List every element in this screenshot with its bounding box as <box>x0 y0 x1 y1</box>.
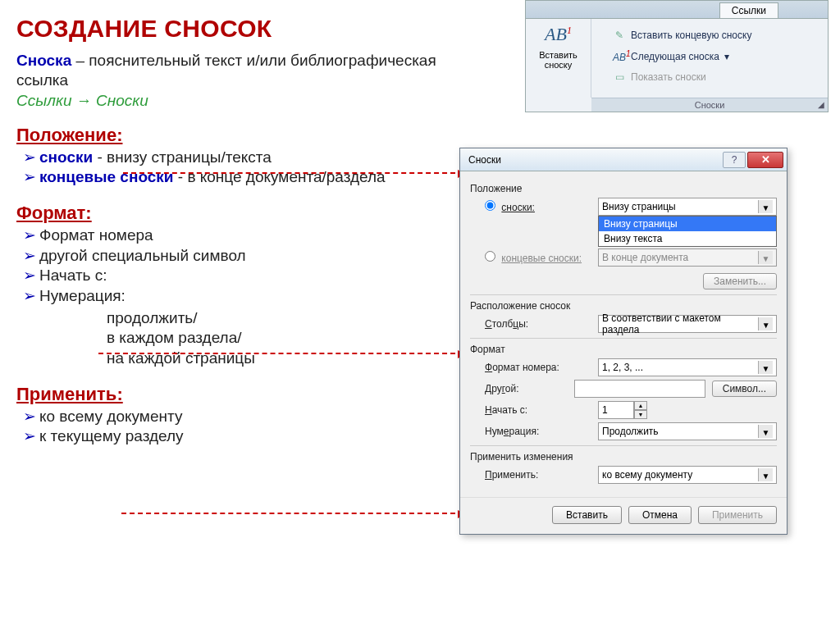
chevron-down-icon: ▾ <box>724 51 729 62</box>
list-format-sub: продолжить/ в каждом раздела/ на каждой … <box>107 308 459 369</box>
symbol-button[interactable]: Символ... <box>712 381 777 397</box>
menu-path: Ссылки → Сноски <box>16 92 459 110</box>
chevron-down-icon: ▼ <box>758 425 773 438</box>
columns-combo[interactable]: В соответствии с макетом раздела ▼ <box>598 315 777 333</box>
chevron-down-icon: ▼ <box>758 317 773 330</box>
start-at-label: Начать с: <box>485 404 591 416</box>
footnote-icon: AB1 <box>529 24 587 45</box>
insert-endnote-button[interactable]: ✎ Вставить концевую сноску <box>613 27 821 43</box>
tab-references[interactable]: Ссылки <box>719 2 778 18</box>
endnotes-position-combo: В конце документа ▼ <box>598 248 777 267</box>
group-label: Сноски ◢ <box>591 98 828 112</box>
spin-down-icon[interactable]: ▼ <box>634 410 647 419</box>
footnotes-position-combo[interactable]: Внизу страницы ▼ Внизу страницы Внизу те… <box>598 198 777 216</box>
apply-to-combo[interactable]: ко всему документу ▼ <box>598 466 777 484</box>
arrow-format <box>98 353 463 354</box>
columns-label: Столбцы: <box>485 318 591 330</box>
numbering-combo[interactable]: Продолжить ▼ <box>598 422 777 440</box>
group-layout: Расположение сносок <box>470 300 777 312</box>
custom-mark-label: Другой: <box>485 383 568 394</box>
help-button[interactable]: ? <box>723 152 746 168</box>
apply-to-label: Применить: <box>485 469 591 481</box>
next-footnote-icon: AB1 <box>613 49 626 63</box>
endnote-icon: ✎ <box>613 30 626 41</box>
number-format-combo[interactable]: 1, 2, 3, ... ▼ <box>598 358 777 376</box>
cancel-button[interactable]: Отмена <box>628 506 692 524</box>
definition: Сноска – пояснительный текст и/или библи… <box>16 51 459 90</box>
custom-mark-input[interactable] <box>574 380 705 398</box>
heading-format: Формат: <box>16 203 459 224</box>
list-format: Формат номера другой специальный символ … <box>25 226 459 307</box>
group-apply-changes: Применить изменения <box>470 451 777 463</box>
dialog-launcher-icon[interactable]: ◢ <box>818 100 824 109</box>
ribbon: Ссылки AB1 Вставить сноску ✎ Вставить ко… <box>525 0 829 112</box>
dialog-titlebar: Сноски ? ✕ <box>460 148 787 171</box>
insert-button[interactable]: Вставить <box>552 506 622 524</box>
list-apply: ко всему документу к текущему разделу <box>25 407 459 447</box>
show-notes-button[interactable]: ▭ Показать сноски <box>613 69 821 85</box>
dropdown-option[interactable]: Внизу страницы <box>599 217 776 231</box>
list-position: сноски - внизу страницы/текста концевые … <box>25 148 459 188</box>
chevron-down-icon: ▼ <box>758 251 773 264</box>
chevron-down-icon: ▼ <box>758 361 773 374</box>
insert-footnote-button[interactable]: AB1 Вставить сноску <box>526 19 591 98</box>
spin-up-icon[interactable]: ▲ <box>634 401 647 410</box>
apply-button[interactable]: Применить <box>698 506 777 524</box>
group-position: Положение <box>470 183 777 194</box>
heading-apply: Применить: <box>16 384 459 405</box>
next-footnote-button[interactable]: AB1 Следующая сноска ▾ <box>613 47 821 66</box>
radio-endnotes[interactable]: концевые сноски: <box>485 251 591 264</box>
numbering-label: Нумерация: <box>485 426 591 437</box>
start-at-spinner[interactable]: ▲▼ <box>598 401 647 419</box>
close-button[interactable]: ✕ <box>747 152 783 168</box>
arrow-position <box>123 172 463 174</box>
replace-button[interactable]: Заменить... <box>703 273 777 289</box>
heading-position: Положение: <box>16 125 459 146</box>
chevron-down-icon: ▼ <box>758 468 773 481</box>
dropdown-option[interactable]: Внизу текста <box>599 231 776 246</box>
chevron-down-icon: ▼ <box>758 200 773 213</box>
slide-title: СОЗДАНИЕ СНОСОК <box>16 15 459 43</box>
tab-strip: Ссылки <box>526 1 828 19</box>
footnotes-position-dropdown[interactable]: Внизу страницы Внизу текста <box>598 216 777 247</box>
footnotes-dialog: Сноски ? ✕ Положение сноски: Внизу стран… <box>459 148 788 535</box>
show-notes-icon: ▭ <box>613 71 626 83</box>
group-format: Формат <box>470 344 777 355</box>
radio-footnotes[interactable]: сноски: <box>485 200 591 213</box>
number-format-label: Формат номера: <box>485 362 591 373</box>
dialog-title: Сноски <box>468 154 501 166</box>
arrow-apply <box>121 513 463 514</box>
